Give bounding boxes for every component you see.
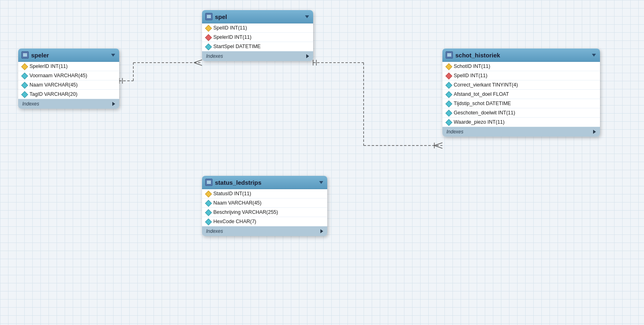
indexes-expand-arrow — [320, 229, 323, 233]
table-row[interactable]: SchotID INT(11) — [442, 62, 600, 71]
field-label: SpelID INT(11) — [454, 73, 487, 78]
field-label: Correct_vierkant TINYINT(4) — [454, 82, 518, 88]
table-body-status: StatusID INT(11) Naam VARCHAR(45) Beschr… — [202, 189, 327, 226]
table-row[interactable]: SpelerID INT(11) — [202, 33, 313, 42]
indexes-label-spel: Indexes — [206, 53, 304, 59]
table-row[interactable]: StartSpel DATETIME — [202, 42, 313, 51]
table-row[interactable]: SpelID INT(11) — [442, 71, 600, 80]
indexes-expand-arrow — [593, 130, 596, 134]
field-label: Naam VARCHAR(45) — [213, 200, 261, 206]
field-icon — [205, 209, 211, 215]
field-label: SpelID INT(11) — [213, 25, 247, 31]
table-row[interactable]: Tijdstip_schot DATETIME — [442, 99, 600, 108]
fk-icon — [446, 73, 451, 78]
table-body-speler: SpelerID INT(11) Voornaam VARCHAR(45) Na… — [18, 62, 119, 99]
field-label: Beschrijving VARCHAR(255) — [213, 209, 278, 215]
table-schot-historiek[interactable]: schot_historiek SchotID INT(11) SpelID I… — [442, 49, 600, 137]
indexes-row-schot[interactable]: Indexes — [442, 127, 600, 137]
table-row[interactable]: Naam VARCHAR(45) — [18, 80, 119, 90]
table-icon-status — [205, 179, 213, 186]
field-label: Geschoten_doelwit INT(11) — [454, 110, 515, 116]
table-header-schot: schot_historiek — [442, 49, 600, 62]
field-label: TagID VARCHAR(20) — [29, 91, 78, 97]
field-icon — [446, 82, 451, 88]
table-row[interactable]: Waarde_piezo INT(11) — [442, 118, 600, 127]
table-icon-schot — [446, 51, 453, 59]
table-row[interactable]: Beschrijving VARCHAR(255) — [202, 208, 327, 217]
field-label: Tijdstip_schot DATETIME — [454, 101, 511, 106]
dropdown-arrow-status[interactable] — [319, 181, 323, 184]
table-body-schot: SchotID INT(11) SpelID INT(11) Correct_v… — [442, 62, 600, 127]
table-row[interactable]: HexCode CHAR(7) — [202, 217, 327, 226]
table-row[interactable]: TagID VARCHAR(20) — [18, 90, 119, 99]
svg-line-13 — [434, 146, 442, 148]
field-icon — [21, 82, 27, 88]
field-label: SpelerID INT(11) — [213, 34, 251, 40]
table-title-spel: spel — [215, 13, 303, 20]
field-icon — [446, 119, 451, 125]
table-header-status: status_ledstrips — [202, 176, 327, 189]
fk-icon — [205, 34, 211, 40]
field-label: StatusID INT(11) — [213, 191, 251, 196]
indexes-row-speler[interactable]: Indexes — [18, 99, 119, 109]
field-label: HexCode CHAR(7) — [213, 219, 256, 224]
table-row[interactable]: Geschoten_doelwit INT(11) — [442, 108, 600, 118]
indexes-row-status[interactable]: Indexes — [202, 226, 327, 236]
table-row[interactable]: SpelID INT(11) — [202, 23, 313, 33]
pk-icon — [205, 25, 211, 31]
indexes-expand-arrow — [112, 102, 115, 106]
indexes-expand-arrow — [306, 54, 309, 58]
field-label: Voornaam VARCHAR(45) — [29, 73, 87, 78]
table-row[interactable]: Voornaam VARCHAR(45) — [18, 71, 119, 80]
dropdown-arrow-spel[interactable] — [305, 15, 309, 18]
indexes-row-spel[interactable]: Indexes — [202, 51, 313, 61]
table-title-schot: schot_historiek — [455, 52, 589, 59]
field-label: StartSpel DATETIME — [213, 44, 261, 49]
indexes-label-status: Indexes — [206, 228, 318, 234]
field-icon — [205, 219, 211, 224]
table-title-speler: speler — [31, 52, 109, 59]
table-status-ledstrips[interactable]: status_ledstrips StatusID INT(11) Naam V… — [202, 176, 327, 236]
pk-icon — [21, 63, 27, 69]
table-title-status: status_ledstrips — [215, 179, 317, 186]
table-speler[interactable]: speler SpelerID INT(11) Voornaam VARCHAR… — [18, 49, 119, 109]
field-icon — [205, 44, 211, 49]
table-icon-speler — [21, 51, 29, 59]
field-label: Naam VARCHAR(45) — [29, 82, 78, 88]
field-icon — [446, 101, 451, 106]
indexes-label-schot: Indexes — [446, 129, 591, 135]
pk-icon — [446, 63, 451, 69]
field-icon — [21, 91, 27, 97]
table-row[interactable]: Naam VARCHAR(45) — [202, 198, 327, 208]
field-label: SpelerID INT(11) — [29, 63, 67, 69]
table-row[interactable]: SpelerID INT(11) — [18, 62, 119, 71]
table-header-speler: speler — [18, 49, 119, 62]
field-label: SchotID INT(11) — [454, 63, 490, 69]
table-row[interactable]: Afstand_tot_doel FLOAT — [442, 90, 600, 99]
table-body-spel: SpelID INT(11) SpelerID INT(11) StartSpe… — [202, 23, 313, 51]
field-icon — [205, 200, 211, 206]
table-icon-spel — [205, 13, 213, 20]
table-header-spel: spel — [202, 10, 313, 23]
field-icon — [446, 110, 451, 116]
indexes-label-speler: Indexes — [22, 101, 110, 107]
field-label: Afstand_tot_doel FLOAT — [454, 91, 509, 97]
svg-line-4 — [194, 63, 202, 65]
table-spel[interactable]: spel SpelID INT(11) SpelerID INT(11) Sta… — [202, 10, 313, 61]
svg-line-3 — [194, 60, 202, 63]
field-label: Waarde_piezo INT(11) — [454, 119, 505, 125]
dropdown-arrow-speler[interactable] — [111, 54, 115, 57]
field-icon — [446, 91, 451, 97]
pk-icon — [205, 191, 211, 196]
field-icon — [21, 73, 27, 78]
dropdown-arrow-schot[interactable] — [592, 54, 596, 57]
table-row[interactable]: StatusID INT(11) — [202, 189, 327, 198]
table-row[interactable]: Correct_vierkant TINYINT(4) — [442, 80, 600, 90]
svg-line-12 — [434, 143, 442, 146]
